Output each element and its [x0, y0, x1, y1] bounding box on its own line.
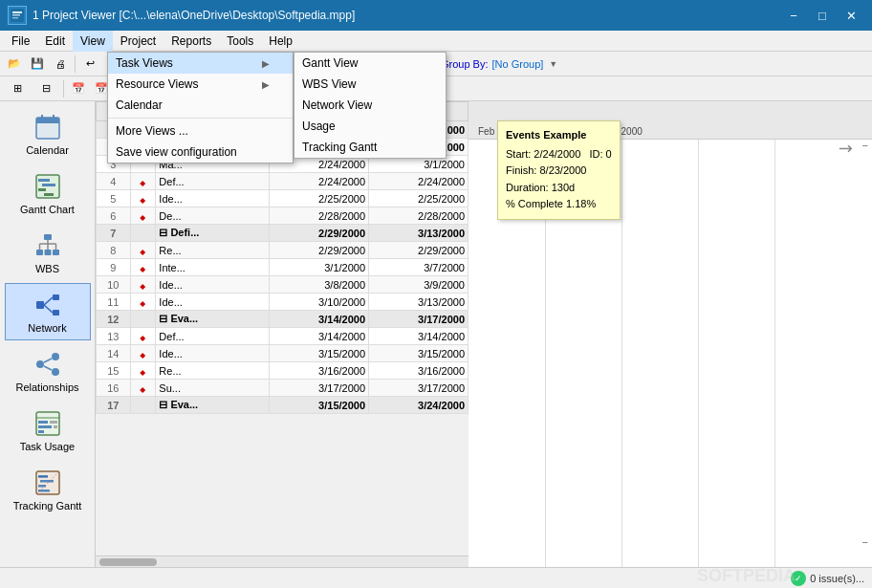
print-button[interactable]: 🖨 [50, 54, 71, 74]
task-start: 3/15/2000 [270, 345, 369, 362]
window-title: 1 Project Viewer [C:\...\elena\OneDrive\… [33, 9, 780, 22]
table-row[interactable]: 17⊟ Eva...3/15/20003/24/2000 [97, 397, 469, 414]
sidebar-item-gantt[interactable]: Gantt Chart [5, 164, 91, 222]
menu-file[interactable]: File [4, 31, 37, 52]
table-row[interactable]: 6⬥De...2/28/20002/28/2000 [97, 207, 469, 225]
open-button[interactable]: 📂 [4, 54, 25, 74]
task-name: Ide... [156, 276, 270, 294]
table-row[interactable]: 10⬥Ide...3/8/20003/9/2000 [97, 276, 469, 294]
sidebar-item-calendar[interactable]: Calendar [5, 105, 91, 163]
submenu-network-view[interactable]: Network View [294, 95, 446, 116]
submenu-usage[interactable]: Usage [294, 116, 446, 137]
sidebar-item-tracking-gantt[interactable]: Tracking Gantt [5, 461, 91, 518]
submenu-tracking-gantt[interactable]: Tracking Gantt [294, 137, 446, 158]
table-row[interactable]: 5⬥Ide...2/25/20002/25/2000 [97, 190, 469, 207]
tb2-btn-1[interactable]: ⊞ [4, 79, 31, 98]
table-row[interactable]: 14⬥Ide...3/15/20003/15/2000 [97, 345, 469, 362]
menu-edit[interactable]: Edit [37, 31, 73, 52]
sidebar-item-network[interactable]: Network [5, 283, 91, 340]
svg-rect-38 [54, 425, 57, 428]
menu-resource-views[interactable]: Resource Views ▶ [108, 74, 293, 95]
task-indicator: ⬥ [130, 173, 156, 190]
table-row[interactable]: 16⬥Su...3/17/20003/17/2000 [97, 380, 469, 397]
tb2-btn-3[interactable]: 📅 [68, 79, 89, 98]
maximize-button[interactable]: □ [809, 6, 836, 25]
task-start: 2/28/2000 [270, 207, 369, 225]
scroll-thumb[interactable] [99, 558, 157, 566]
tooltip-title: Events Example [506, 127, 612, 144]
tooltip-finish: Finish: 8/23/2000 [506, 163, 612, 180]
undo-button[interactable]: ↩ [79, 54, 100, 74]
svg-point-29 [52, 353, 59, 360]
task-name: Ide... [156, 190, 270, 207]
task-indicator [130, 397, 156, 414]
task-name: De... [156, 207, 270, 225]
task-finish: 2/24/2000 [369, 173, 469, 190]
row-num: 6 [97, 207, 131, 225]
task-table-scroll[interactable]: Task Name Start Finish 1⊟ Phase...2/24/2… [96, 101, 469, 555]
red-indicator-icon: ⬥ [139, 243, 146, 258]
svg-line-26 [44, 297, 53, 305]
table-row[interactable]: 12⊟ Eva...3/14/20003/17/2000 [97, 311, 469, 328]
menu-calendar[interactable]: Calendar [108, 95, 293, 116]
row-num: 17 [97, 397, 131, 414]
task-indicator: ⬥ [130, 190, 156, 207]
gantt-tooltip: Events Example Start: 2/24/2000 ID: 0 Fi… [497, 120, 621, 220]
softpedia-watermark: SOFTPEDIA [697, 566, 796, 586]
resource-views-label: Resource Views [116, 77, 198, 91]
gantt-vline-3 [698, 140, 699, 567]
menu-more-views[interactable]: More Views ... [108, 120, 293, 142]
menu-reports[interactable]: Reports [164, 31, 219, 52]
row-num: 10 [97, 276, 131, 294]
menu-task-views[interactable]: Task Views ▶ [108, 53, 293, 74]
menu-separator-1 [108, 118, 293, 119]
task-name: ⊟ Eva... [156, 397, 270, 414]
tb2-btn-2[interactable]: ⊟ [33, 79, 59, 98]
groupby-dropdown-arrow[interactable]: ▼ [549, 59, 557, 69]
menu-tools[interactable]: Tools [219, 31, 261, 52]
gantt-collapse-top[interactable]: − [862, 140, 868, 151]
gantt-view-label: Gantt View [302, 56, 358, 70]
svg-rect-43 [40, 480, 54, 483]
table-row[interactable]: 8⬥Re...2/29/20002/29/2000 [97, 242, 469, 259]
menu-view[interactable]: View [73, 31, 113, 52]
table-row[interactable]: 9⬥Inte...3/1/20003/7/2000 [97, 259, 469, 276]
task-usage-label: Task Usage [20, 441, 75, 452]
menu-save-view[interactable]: Save view configuration [108, 142, 293, 163]
task-name: Ide... [156, 294, 270, 311]
table-row[interactable]: 15⬥Re...3/16/20003/16/2000 [97, 362, 469, 380]
red-indicator-icon: ⬥ [139, 277, 146, 293]
submenu-gantt-view[interactable]: Gantt View [294, 53, 446, 74]
sidebar-item-wbs[interactable]: WBS [5, 224, 91, 281]
menu-help[interactable]: Help [261, 31, 300, 52]
table-row[interactable]: 4⬥Def...2/24/20002/24/2000 [97, 173, 469, 190]
task-indicator [130, 311, 156, 328]
menu-project[interactable]: Project [113, 31, 164, 52]
close-button[interactable]: ✕ [838, 6, 864, 25]
horizontal-scrollbar[interactable] [96, 555, 469, 567]
task-indicator: ⬥ [130, 380, 156, 397]
svg-rect-37 [38, 425, 52, 428]
gantt-collapse-bottom[interactable]: − [862, 536, 868, 548]
svg-rect-12 [38, 188, 46, 191]
toolbar-separator-1 [75, 55, 76, 73]
table-row[interactable]: 11⬥Ide...3/10/20003/13/2000 [97, 294, 469, 311]
wbs-view-label: WBS View [302, 77, 356, 91]
calendar-menu-label: Calendar [116, 98, 163, 112]
row-num: 8 [97, 242, 131, 259]
table-row[interactable]: 7⊟ Defi...2/29/20003/13/2000 [97, 225, 469, 242]
save-button[interactable]: 💾 [27, 54, 48, 74]
submenu-wbs-view[interactable]: WBS View [294, 74, 446, 95]
task-finish: 2/28/2000 [369, 207, 469, 225]
row-num: 12 [97, 311, 131, 328]
task-start: 2/29/2000 [270, 242, 369, 259]
row-num: 14 [97, 345, 131, 362]
sidebar-item-task-usage[interactable]: Task Usage [5, 402, 91, 459]
minimize-button[interactable]: − [780, 6, 807, 25]
table-row[interactable]: 13⬥Def...3/14/20003/14/2000 [97, 328, 469, 345]
sidebar-item-relationships[interactable]: Relationships [5, 342, 91, 400]
svg-rect-23 [36, 301, 44, 309]
task-finish: 3/14/2000 [369, 328, 469, 345]
task-indicator [130, 225, 156, 242]
task-name: Inte... [156, 259, 270, 276]
